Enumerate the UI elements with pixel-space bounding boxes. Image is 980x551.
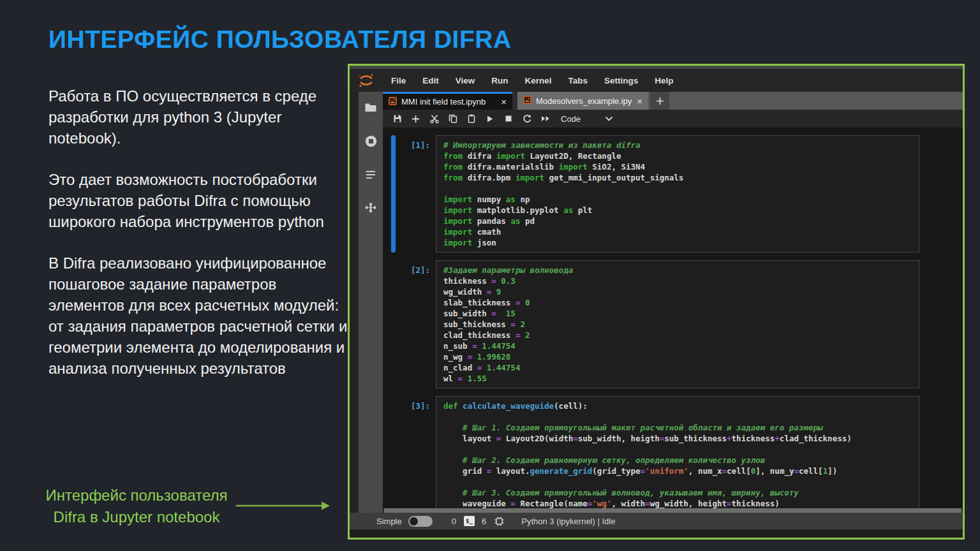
stop-icon[interactable] bbox=[499, 110, 517, 128]
toggle-knob bbox=[410, 517, 418, 525]
code-cell[interactable]: [3]:def calculate_waveguide(cell): # Шаг… bbox=[383, 396, 963, 508]
code-line: # Шаг 2. Создаем равномерную сетку, опре… bbox=[443, 455, 914, 466]
menu-items: FileEditViewRunKernelTabsSettingsHelp bbox=[383, 76, 682, 85]
left-edge-strip bbox=[350, 92, 359, 513]
jupyter-logo-icon bbox=[350, 72, 383, 89]
extensions-puzzle-icon[interactable] bbox=[364, 202, 377, 217]
add-cell-icon[interactable] bbox=[406, 110, 425, 128]
code-line: sub_thickness = 2 bbox=[443, 319, 914, 330]
cell-editor[interactable]: def calculate_waveguide(cell): # Шаг 1. … bbox=[436, 396, 919, 508]
chevron-down-icon[interactable] bbox=[605, 116, 613, 122]
simple-mode-label: Simple bbox=[376, 517, 402, 526]
tab-separator bbox=[512, 92, 517, 110]
terminal-icon[interactable]: $_ bbox=[464, 516, 475, 526]
code-line: n_sub = 1.44754 bbox=[443, 341, 914, 351]
code-line: #Задаем параметры волновода bbox=[443, 265, 914, 276]
code-line: clad_thickness = 2 bbox=[443, 330, 914, 341]
table-of-contents-icon[interactable] bbox=[365, 170, 376, 182]
simple-mode-toggle[interactable] bbox=[408, 516, 433, 527]
new-tab-button[interactable] bbox=[650, 92, 669, 110]
tab-bar-filler bbox=[669, 92, 963, 110]
copy-icon[interactable] bbox=[443, 110, 462, 128]
code-cell[interactable]: [1]:# Импортируем зависимости из пакета … bbox=[383, 135, 963, 253]
cell-editor[interactable]: #Задаем параметры волноводаthickness = 0… bbox=[436, 260, 919, 388]
kernel-chip-icon[interactable] bbox=[494, 516, 505, 527]
menu-bar: FileEditViewRunKernelTabsSettingsHelp bbox=[350, 69, 963, 92]
notebook-panel: MMI init field test.ipynb × Modesolvers_… bbox=[383, 92, 963, 513]
figure-caption: Интерфейс пользователя Difra в Jupyter n… bbox=[37, 485, 236, 528]
code-line: n_clad = 1.44754 bbox=[443, 362, 914, 373]
kernel-status[interactable]: Python 3 (ipykernel) | Idle bbox=[521, 517, 615, 526]
body-text: Работа в ПО осуществляется в среде разра… bbox=[48, 85, 355, 399]
code-line: waveguide = Rectangle(name='wg', width=w… bbox=[443, 498, 914, 508]
paragraph-1: Работа в ПО осуществляется в среде разра… bbox=[48, 85, 355, 149]
code-line bbox=[443, 444, 914, 455]
code-cell[interactable]: [2]:#Задаем параметры волноводаthickness… bbox=[383, 260, 963, 388]
cell-editor[interactable]: # Импортируем зависимости из пакета difr… bbox=[436, 135, 919, 253]
caption-line-1: Интерфейс пользователя bbox=[37, 485, 236, 506]
code-line: import json bbox=[443, 237, 914, 248]
code-line: # Шаг 3. Создаем прямоугольный волновод,… bbox=[443, 487, 914, 498]
code-line bbox=[443, 476, 914, 487]
cell-type-select[interactable]: Code bbox=[561, 114, 581, 124]
paste-icon[interactable] bbox=[462, 110, 480, 128]
menu-item-file[interactable]: File bbox=[383, 76, 414, 85]
close-icon[interactable]: × bbox=[501, 96, 507, 107]
tab-label: Modesolvers_example.ipynb bbox=[536, 96, 632, 106]
caption-line-2: Difra в Jupyter notebook bbox=[37, 506, 236, 528]
code-line bbox=[443, 183, 914, 194]
code-line: grid = layout.generate_grid(grid_type='u… bbox=[443, 466, 914, 476]
code-line: wg_width = 9 bbox=[443, 286, 914, 297]
code-line: # Импортируем зависимости из пакета difr… bbox=[443, 140, 914, 151]
code-line: import matplotlib.pyplot as plt bbox=[443, 205, 914, 216]
tab-bar: MMI init field test.ipynb × Modesolvers_… bbox=[383, 92, 963, 110]
notebook-cells: [1]:# Импортируем зависимости из пакета … bbox=[383, 128, 963, 508]
active-cell-indicator[interactable] bbox=[391, 135, 396, 253]
running-kernels-icon[interactable] bbox=[364, 135, 378, 151]
notifications-count[interactable]: 0 bbox=[452, 517, 456, 526]
tab-modesolvers-example[interactable]: Modesolvers_example.ipynb × bbox=[517, 92, 648, 110]
code-line: from difra.bpm import get_mmi_input_outp… bbox=[443, 172, 914, 183]
code-line: import numpy as np bbox=[443, 194, 914, 205]
code-line: def calculate_waveguide(cell): bbox=[443, 400, 914, 411]
horizontal-scrollbar[interactable] bbox=[384, 508, 961, 513]
code-line: import pandas as pd bbox=[443, 216, 914, 226]
menu-item-tabs[interactable]: Tabs bbox=[560, 76, 597, 85]
code-line: from difra import Layout2D, Rectangle bbox=[443, 151, 914, 161]
cut-icon[interactable] bbox=[425, 110, 443, 128]
code-line: sub_width = 15 bbox=[443, 308, 914, 319]
code-line: n_wg = 1.99628 bbox=[443, 351, 914, 362]
notebook-toolbar: Code bbox=[383, 110, 963, 128]
menu-item-settings[interactable]: Settings bbox=[596, 76, 646, 85]
terminals-count[interactable]: 6 bbox=[482, 517, 486, 526]
folder-icon[interactable] bbox=[364, 102, 377, 115]
menu-item-run[interactable]: Run bbox=[483, 76, 516, 85]
code-line: slab_thickness = 0 bbox=[443, 297, 914, 308]
fast-forward-icon[interactable] bbox=[536, 110, 554, 128]
code-line: import cmath bbox=[443, 226, 914, 237]
code-line: layout = Layout2D(width=sub_width, heigt… bbox=[443, 433, 914, 444]
menu-item-help[interactable]: Help bbox=[646, 76, 681, 85]
menu-item-view[interactable]: View bbox=[447, 76, 484, 85]
notebook-file-icon bbox=[523, 96, 531, 106]
close-icon[interactable]: × bbox=[637, 96, 642, 107]
menu-item-edit[interactable]: Edit bbox=[414, 76, 447, 85]
code-line: from difra.materialslib import SiO2, Si3… bbox=[443, 161, 914, 172]
page-title: ИНТЕРФЕЙС ПОЛЬЗОВАТЕЛЯ DIFRA bbox=[48, 26, 512, 54]
jupyter-screenshot-frame: FileEditViewRunKernelTabsSettingsHelp bbox=[348, 64, 965, 540]
run-icon[interactable] bbox=[480, 110, 499, 128]
left-sidebar bbox=[359, 92, 383, 513]
code-line: # Шаг 1. Создаем прямоугольный макет рас… bbox=[443, 422, 914, 433]
status-bar: Simple 0 $_ 6 Python 3 (ipykernel) | Idl… bbox=[350, 513, 963, 529]
menu-item-kernel[interactable]: Kernel bbox=[517, 76, 560, 85]
save-icon[interactable] bbox=[388, 110, 406, 128]
tab-label: MMI init field test.ipynb bbox=[401, 97, 496, 107]
restart-kernel-icon[interactable] bbox=[517, 110, 536, 128]
tab-mmi-init-field-test[interactable]: MMI init field test.ipynb × bbox=[383, 92, 512, 110]
code-line: thickness = 0.3 bbox=[443, 276, 914, 286]
cell-prompt: [3]: bbox=[383, 396, 436, 508]
window-bottom-strip bbox=[350, 529, 963, 538]
cell-prompt: [2]: bbox=[383, 260, 436, 388]
caption-arrow bbox=[235, 498, 330, 513]
code-line: wl = 1.55 bbox=[443, 373, 914, 384]
